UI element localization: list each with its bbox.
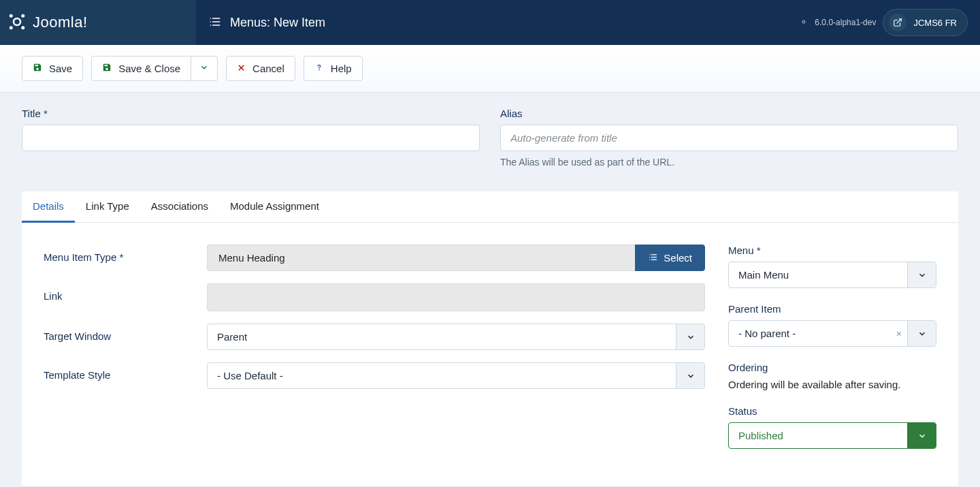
cancel-icon [237,63,246,74]
site-frontend-button[interactable]: JCMS6 FR [883,9,968,36]
chevron-down-icon [907,262,936,287]
header-right: 6.0.0-alpha1-dev JCMS6 FR [800,0,980,45]
save-icon [33,63,42,74]
chevron-down-icon [676,324,704,349]
svg-point-13 [319,69,320,70]
side-column: Menu * Main Menu Parent Item - No parent… [728,245,936,464]
template-style-row: Template Style - Use Default - [44,362,705,389]
target-window-label: Target Window [44,324,207,342]
page-heading-area: Menus: New Item [196,0,800,45]
list-icon [648,252,658,264]
tab-body: Menu Item Type * Menu Heading Select [22,223,958,486]
tab-link-type[interactable]: Link Type [75,191,140,222]
top-bar: Joomla! Menus: New Item 6.0.0-alpha1-dev [0,0,980,45]
title-input[interactable] [22,125,480,151]
link-row: Link [44,283,705,311]
title-label: Title * [22,108,480,119]
svg-point-2 [10,27,12,29]
page-title: Menus: New Item [230,16,325,30]
svg-line-10 [897,19,901,23]
chevron-down-icon [907,321,936,346]
link-value [207,283,705,311]
menu-label: Menu * [728,245,936,256]
version-text: 6.0.0-alpha1-dev [815,18,876,27]
menu-field: Menu * Main Menu [728,245,936,288]
ordering-label: Ordering [728,362,936,373]
alias-field-wrap: Alias The Alias will be used as part of … [500,108,958,168]
external-link-icon [889,14,906,31]
joomla-logo-icon [7,12,33,34]
template-style-label: Template Style [44,362,207,381]
target-window-row: Target Window Parent [44,324,705,350]
chevron-down-icon [907,423,936,448]
alias-help-text: The Alias will be used as part of the UR… [500,157,958,168]
list-icon [208,15,222,31]
target-window-value: Parent [208,324,676,349]
menu-select[interactable]: Main Menu [728,262,936,288]
select-type-button[interactable]: Select [635,245,705,271]
svg-point-1 [22,15,24,17]
help-button[interactable]: Help [304,56,363,81]
save-close-button[interactable]: Save & Close [91,56,191,81]
alias-label: Alias [500,108,958,119]
template-style-select[interactable]: - Use Default - [207,362,705,389]
chevron-down-icon [676,363,704,388]
alias-input[interactable] [500,125,958,151]
help-icon [314,63,324,74]
svg-point-0 [10,15,12,17]
status-select[interactable]: Published [728,422,936,449]
site-name-text: JCMS6 FR [913,18,957,28]
cancel-button[interactable]: Cancel [226,56,295,81]
brand-logo-area[interactable]: Joomla! [0,0,196,45]
target-window-select[interactable]: Parent [207,324,705,350]
tab-details[interactable]: Details [22,191,75,223]
save-button[interactable]: Save [22,56,83,81]
menu-item-type-value: Menu Heading [207,245,635,271]
toolbar: Save Save & Close Cancel Help [0,45,980,93]
tab-strip: Details Link Type Associations Module As… [22,191,958,223]
clear-icon[interactable]: × [891,321,907,346]
menu-item-type-label: Menu Item Type * [44,245,207,263]
menu-item-type-row: Menu Item Type * Menu Heading Select [44,245,705,271]
brand-name: Joomla! [33,14,88,31]
status-field: Status Published [728,405,936,449]
ordering-text: Ordering will be available after saving. [728,379,936,390]
template-style-value: - Use Default - [208,363,676,388]
tab-container: Details Link Type Associations Module As… [22,191,958,486]
menu-value: Main Menu [729,262,907,287]
chevron-down-icon [199,63,209,74]
svg-point-3 [22,27,24,29]
title-alias-row: Title * Alias The Alias will be used as … [0,93,980,174]
joomla-small-icon [800,17,808,28]
save-icon [102,63,112,74]
main-column: Menu Item Type * Menu Heading Select [44,245,705,464]
save-dropdown-button[interactable] [191,56,218,81]
parent-item-value: - No parent - [729,321,891,346]
status-value: Published [729,423,907,448]
parent-item-label: Parent Item [728,303,936,315]
title-field-wrap: Title * [22,108,480,168]
parent-item-field: Parent Item - No parent - × [728,303,936,347]
tab-associations[interactable]: Associations [140,191,219,222]
tab-module-assignment[interactable]: Module Assignment [219,191,330,222]
link-label: Link [44,283,207,302]
parent-item-select[interactable]: - No parent - × [728,320,936,347]
ordering-field: Ordering Ordering will be available afte… [728,362,936,390]
status-label: Status [728,405,936,417]
